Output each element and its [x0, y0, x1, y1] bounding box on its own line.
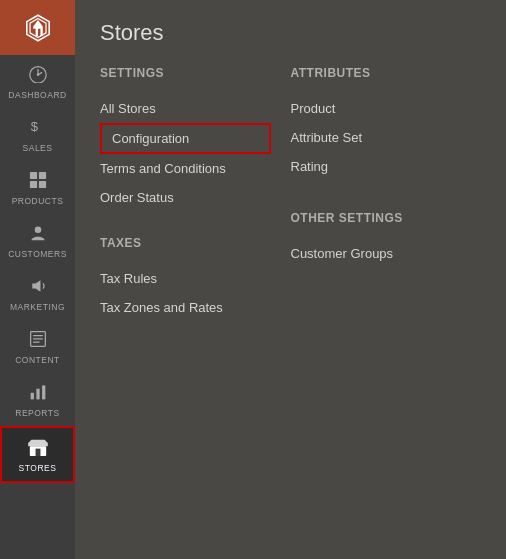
customer-groups-link[interactable]: Customer Groups: [291, 239, 462, 268]
attributes-heading: Attributes: [291, 66, 462, 80]
sidebar-marketing-label: MARKETING: [10, 302, 65, 312]
sidebar-customers-label: CUSTOMERS: [8, 249, 67, 259]
sidebar: DASHBOARD $ SALES PRODUCTS CUSTOMERS MAR…: [0, 0, 75, 559]
main-content: Stores Settings All Stores Configuration…: [75, 0, 506, 559]
settings-heading: Settings: [100, 66, 271, 80]
svg-rect-12: [30, 393, 33, 400]
other-settings-section: Other Settings Customer Groups: [291, 211, 462, 268]
attributes-section: Attributes Product Attribute Set Rating: [291, 66, 462, 181]
sidebar-stores-label: STORES: [19, 463, 57, 473]
svg-rect-14: [42, 385, 45, 399]
attribute-set-link[interactable]: Attribute Set: [291, 123, 462, 152]
svg-rect-13: [36, 389, 39, 400]
content-icon: [29, 330, 47, 351]
product-link[interactable]: Product: [291, 94, 462, 123]
svg-rect-5: [29, 181, 36, 188]
svg-rect-16: [35, 449, 40, 456]
svg-rect-11: [33, 341, 40, 342]
left-column: Settings All Stores Configuration Terms …: [100, 66, 291, 352]
svg-rect-4: [38, 172, 45, 179]
content-grid: Settings All Stores Configuration Terms …: [100, 66, 481, 352]
sidebar-reports-label: REPORTS: [15, 408, 59, 418]
svg-text:$: $: [30, 119, 38, 134]
tax-zones-link[interactable]: Tax Zones and Rates: [100, 293, 271, 322]
other-settings-heading: Other Settings: [291, 211, 462, 225]
svg-point-1: [36, 74, 38, 76]
svg-point-7: [34, 226, 41, 233]
stores-icon: [28, 438, 48, 459]
rating-link[interactable]: Rating: [291, 152, 462, 181]
sidebar-item-customers[interactable]: CUSTOMERS: [0, 214, 75, 267]
sidebar-content-label: CONTENT: [15, 355, 60, 365]
sidebar-item-products[interactable]: PRODUCTS: [0, 161, 75, 214]
svg-rect-6: [38, 181, 45, 188]
tax-rules-link[interactable]: Tax Rules: [100, 264, 271, 293]
svg-rect-10: [33, 338, 43, 339]
logo[interactable]: [0, 0, 75, 55]
dashboard-icon: [28, 65, 48, 86]
sidebar-item-dashboard[interactable]: DASHBOARD: [0, 55, 75, 108]
sidebar-item-stores[interactable]: STORES: [0, 426, 75, 483]
reports-icon: [29, 383, 47, 404]
customers-icon: [29, 224, 47, 245]
marketing-icon: [29, 277, 47, 298]
page-title: Stores: [100, 20, 481, 46]
terms-and-conditions-link[interactable]: Terms and Conditions: [100, 154, 271, 183]
taxes-section: Taxes Tax Rules Tax Zones and Rates: [100, 236, 271, 322]
configuration-link[interactable]: Configuration: [100, 123, 271, 154]
sidebar-item-content[interactable]: CONTENT: [0, 320, 75, 373]
sidebar-item-reports[interactable]: REPORTS: [0, 373, 75, 426]
sidebar-dashboard-label: DASHBOARD: [8, 90, 66, 100]
svg-rect-3: [29, 172, 36, 179]
sidebar-sales-label: SALES: [23, 143, 53, 153]
order-status-link[interactable]: Order Status: [100, 183, 271, 212]
sidebar-item-sales[interactable]: $ SALES: [0, 108, 75, 161]
svg-rect-9: [33, 335, 43, 336]
all-stores-link[interactable]: All Stores: [100, 94, 271, 123]
taxes-heading: Taxes: [100, 236, 271, 250]
right-column: Attributes Product Attribute Set Rating …: [291, 66, 482, 352]
sales-icon: $: [29, 118, 47, 139]
settings-section: Settings All Stores Configuration Terms …: [100, 66, 271, 212]
sidebar-products-label: PRODUCTS: [12, 196, 64, 206]
sidebar-item-marketing[interactable]: MARKETING: [0, 267, 75, 320]
products-icon: [29, 171, 47, 192]
